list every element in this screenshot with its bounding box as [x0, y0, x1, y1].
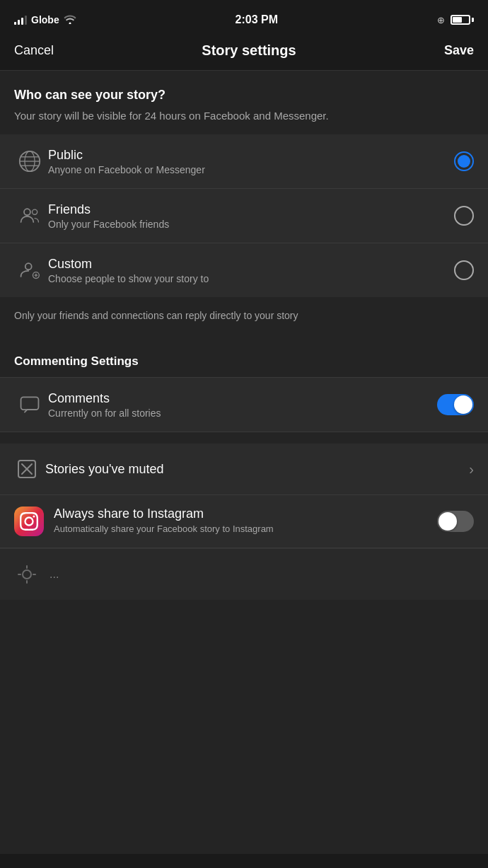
info-note: Only your friends and connections can re… — [0, 297, 488, 335]
custom-text: Custom Choose people to show your story … — [45, 257, 454, 284]
visibility-desc: Your story will be visible for 24 hours … — [14, 108, 474, 123]
commenting-header: Commenting Settings — [0, 340, 488, 377]
commenting-section: Commenting Settings Comments Currently o… — [0, 340, 488, 432]
comments-sublabel: Currently on for all stories — [48, 407, 437, 419]
option-custom[interactable]: Custom Choose people to show your story … — [0, 243, 488, 297]
comments-icon — [14, 389, 45, 420]
public-icon — [14, 146, 45, 177]
instagram-text: Always share to Instagram Automatically … — [54, 507, 427, 536]
custom-sublabel: Choose people to show your story to — [48, 273, 454, 284]
svg-point-7 — [25, 263, 32, 270]
custom-label: Custom — [48, 257, 454, 272]
svg-point-6 — [33, 209, 37, 214]
cancel-button[interactable]: Cancel — [14, 43, 54, 58]
custom-icon — [14, 255, 45, 286]
svg-point-5 — [24, 209, 30, 215]
visibility-options-list: Public Anyone on Facebook or Messenger F… — [0, 134, 488, 297]
public-label: Public — [48, 148, 454, 163]
carrier-label: Globe — [31, 14, 59, 25]
status-right: ⊕ — [437, 15, 474, 25]
svg-rect-11 — [21, 397, 39, 410]
time-label: 2:03 PM — [236, 13, 278, 26]
public-sublabel: Anyone on Facebook or Messenger — [48, 164, 454, 175]
commenting-title: Commenting Settings — [14, 354, 474, 369]
option-friends[interactable]: Friends Only your Facebook friends — [0, 189, 488, 243]
friends-text: Friends Only your Facebook friends — [45, 202, 454, 230]
friends-radio[interactable] — [454, 206, 474, 226]
main-content: Who can see your story? Your story will … — [0, 71, 488, 854]
option-public[interactable]: Public Anyone on Facebook or Messenger — [0, 134, 488, 189]
visibility-section-header: Who can see your story? Your story will … — [0, 71, 488, 134]
archive-icon — [14, 562, 40, 587]
bottom-partial-row: ... — [0, 548, 488, 600]
bottom-row-label: ... — [50, 568, 59, 581]
instagram-toggle[interactable] — [437, 511, 474, 532]
svg-point-15 — [23, 570, 31, 579]
friends-sublabel: Only your Facebook friends — [48, 219, 454, 230]
muted-stories-label: Stories you've muted — [40, 462, 469, 477]
instagram-row: Always share to Instagram Automatically … — [0, 495, 488, 548]
comments-text: Comments Currently on for all stories — [45, 391, 437, 419]
friends-label: Friends — [48, 202, 454, 217]
signal-bars — [14, 15, 27, 25]
status-left: Globe — [14, 14, 76, 26]
info-note-text: Only your friends and connections can re… — [14, 308, 474, 323]
muted-icon — [14, 456, 40, 482]
comments-toggle-row[interactable]: Comments Currently on for all stories — [0, 377, 488, 432]
instagram-icon — [14, 507, 44, 536]
custom-radio[interactable] — [454, 260, 474, 280]
instagram-sublabel: Automatically share your Facebook story … — [54, 523, 427, 536]
visibility-title: Who can see your story? — [14, 88, 474, 103]
location-icon: ⊕ — [437, 15, 445, 25]
public-text: Public Anyone on Facebook or Messenger — [45, 148, 454, 175]
save-button[interactable]: Save — [444, 43, 474, 58]
nav-bar: Cancel Story settings Save — [0, 35, 488, 71]
comments-label: Comments — [48, 391, 437, 406]
instagram-label: Always share to Instagram — [54, 507, 427, 521]
public-radio[interactable] — [454, 151, 474, 171]
comments-toggle[interactable] — [437, 394, 474, 415]
page-title: Story settings — [202, 42, 296, 59]
friends-icon — [14, 200, 45, 231]
chevron-right-icon: › — [469, 461, 474, 478]
muted-stories-row[interactable]: Stories you've muted › — [0, 444, 488, 495]
battery-indicator — [451, 15, 474, 25]
status-bar: Globe 2:03 PM ⊕ — [0, 0, 488, 35]
wifi-icon — [64, 14, 76, 26]
